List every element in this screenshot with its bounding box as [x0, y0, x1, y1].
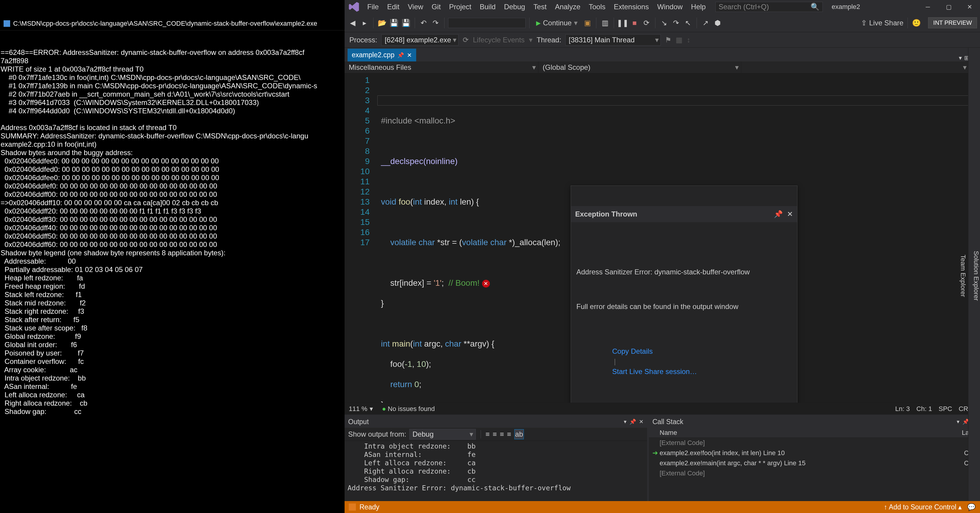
- minimize-button[interactable]: ─: [917, 0, 938, 14]
- menu-build[interactable]: Build: [476, 1, 499, 13]
- play-icon: ▶: [536, 19, 541, 27]
- step-out-icon[interactable]: ↖: [683, 18, 693, 28]
- search-placeholder: Search (Ctrl+Q): [719, 3, 769, 11]
- quick-search[interactable]: Search (Ctrl+Q) 🔍: [715, 2, 823, 12]
- undo-icon[interactable]: ↶: [418, 18, 429, 28]
- config-dropdown[interactable]: [448, 18, 526, 28]
- panel-pin-icon[interactable]: 📌: [630, 418, 636, 425]
- panel-dropdown-icon[interactable]: ▾: [624, 418, 627, 425]
- error-badge-icon[interactable]: ✕: [482, 280, 490, 287]
- cycle-icon[interactable]: ⟳: [463, 36, 469, 44]
- console-window: C:\MSDN\cpp-docs-pr\docs\c-language\ASAN…: [0, 0, 345, 513]
- menu-test[interactable]: Test: [530, 1, 550, 13]
- lifecycle-label[interactable]: Lifecycle Events: [473, 36, 525, 44]
- process-dropdown[interactable]: [6248] example2.exe: [381, 34, 458, 46]
- console-titlebar[interactable]: C:\MSDN\cpp-docs-pr\docs\c-language\ASAN…: [0, 17, 345, 30]
- tab-close-icon[interactable]: ✕: [407, 52, 412, 59]
- menu-project[interactable]: Project: [445, 1, 475, 13]
- exception-detail: Full error details can be found in the o…: [576, 302, 792, 312]
- issues-indicator[interactable]: ● No issues found: [382, 405, 435, 413]
- liveshare-icon[interactable]: ⇪: [861, 19, 867, 27]
- code-editor[interactable]: 1234 5678 9101112 13141516 17 #include <…: [345, 73, 980, 403]
- menu-help[interactable]: Help: [687, 1, 709, 13]
- output-toggle-icon[interactable]: ab: [514, 429, 524, 439]
- tab-overflow-icon[interactable]: ▾: [959, 54, 962, 62]
- output-prev-icon[interactable]: ≡: [486, 430, 490, 438]
- add-source-control[interactable]: ↑ Add to Source Control ▴: [884, 503, 962, 511]
- output-next-icon[interactable]: ≡: [493, 430, 497, 438]
- liveshare-label[interactable]: Live Share: [869, 19, 904, 27]
- output-text[interactable]: Intra object redzone: bb ASan internal: …: [345, 441, 647, 501]
- callstack-row[interactable]: example2.exe!main(int argc, char * * arg…: [649, 458, 980, 468]
- open-file-icon[interactable]: 📂: [377, 18, 387, 28]
- menu-view[interactable]: View: [404, 1, 427, 13]
- menu-edit[interactable]: Edit: [383, 1, 403, 13]
- menu-analyze[interactable]: Analyze: [551, 1, 584, 13]
- callstack-row[interactable]: [External Code]: [649, 438, 980, 448]
- pause-icon[interactable]: ❚❚: [617, 18, 628, 28]
- notifications-icon[interactable]: 💬: [967, 503, 976, 511]
- panel-dropdown-icon[interactable]: ▾: [957, 418, 959, 425]
- save-icon[interactable]: 💾: [389, 18, 399, 28]
- vs-logo-icon: [348, 1, 360, 13]
- code-area[interactable]: #include <malloc.h> __declspec(noinline)…: [377, 73, 980, 403]
- status-indent[interactable]: SPC: [939, 405, 952, 413]
- step-into-icon[interactable]: ↘: [659, 18, 669, 28]
- flag-icon[interactable]: ⚑: [665, 36, 671, 44]
- copy-details-link[interactable]: Copy Details: [612, 347, 653, 355]
- stop-icon[interactable]: ■: [630, 18, 640, 28]
- panel-close-icon[interactable]: ✕: [639, 418, 643, 425]
- scope-project[interactable]: Miscellaneous Files: [345, 62, 538, 73]
- step-over-icon[interactable]: ↷: [671, 18, 681, 28]
- tab-filename: example2.cpp: [352, 51, 395, 59]
- callstack-col-name[interactable]: Name: [660, 429, 962, 437]
- exception-message: Address Sanitizer Error: dynamic-stack-b…: [576, 267, 792, 277]
- pin-icon[interactable]: 📌: [398, 52, 404, 59]
- editor-tab-active[interactable]: example2.cpp 📌 ✕: [348, 49, 416, 62]
- thread-dropdown[interactable]: [38316] Main Thread: [565, 34, 661, 46]
- editor-statusline: 111 % ▾ ● No issues found Ln: 3 Ch: 1 SP…: [345, 403, 980, 415]
- zoom-control[interactable]: 111 % ▾: [349, 405, 373, 413]
- output-clear-icon[interactable]: ≡: [500, 430, 504, 438]
- navigation-bar: Miscellaneous Files (Global Scope) ⊞: [345, 62, 980, 73]
- menu-git[interactable]: Git: [428, 1, 444, 13]
- menu-extensions[interactable]: Extensions: [610, 1, 652, 13]
- exception-close-icon[interactable]: ✕: [787, 209, 793, 219]
- continue-button[interactable]: ▶ Continue ▾: [533, 17, 581, 29]
- screenshot-icon[interactable]: ▣: [582, 18, 592, 28]
- menu-debug[interactable]: Debug: [500, 1, 529, 13]
- solution-explorer-tab[interactable]: Solution Explorer: [972, 251, 980, 301]
- restart-icon[interactable]: ⟳: [641, 18, 652, 28]
- team-explorer-tab[interactable]: Team Explorer: [959, 255, 967, 297]
- menu-tools[interactable]: Tools: [585, 1, 609, 13]
- callstack-title: Call Stack: [652, 418, 957, 426]
- cursor-icon[interactable]: ↗: [700, 18, 711, 28]
- redo-icon[interactable]: ↷: [431, 18, 441, 28]
- window-layout-icon[interactable]: ▥: [600, 18, 610, 28]
- output-source-dropdown[interactable]: Debug: [409, 429, 476, 440]
- output-wrap-icon[interactable]: ≡: [507, 430, 511, 438]
- maximize-button[interactable]: ▢: [938, 0, 959, 14]
- stack-nav-icon[interactable]: ↕: [687, 36, 690, 44]
- search-icon: 🔍: [811, 3, 819, 11]
- exception-pin-icon[interactable]: 📌: [774, 209, 783, 219]
- callstack-row[interactable]: [External Code]: [649, 468, 980, 478]
- menu-window[interactable]: Window: [654, 1, 686, 13]
- nav-back-icon[interactable]: ◀: [348, 18, 358, 28]
- feedback-icon[interactable]: 🙂: [912, 19, 921, 27]
- console-output[interactable]: ==6248==ERROR: AddressSanitizer: dynamic…: [0, 47, 345, 417]
- scope-member[interactable]: [741, 62, 969, 73]
- menu-file[interactable]: File: [364, 1, 382, 13]
- breakpoint-icon[interactable]: ⬢: [713, 18, 722, 28]
- start-liveshare-link[interactable]: Start Live Share session…: [612, 367, 697, 375]
- scope-namespace[interactable]: (Global Scope): [538, 62, 741, 73]
- nav-fwd-icon[interactable]: ▸: [360, 18, 370, 28]
- close-button[interactable]: ✕: [959, 0, 980, 14]
- int-preview-badge[interactable]: INT PREVIEW: [928, 17, 977, 29]
- stack-frame-icon[interactable]: ▦: [676, 36, 682, 44]
- chevron-down-icon: ▾: [574, 19, 578, 27]
- thread-label: Thread:: [537, 36, 562, 44]
- save-all-icon[interactable]: 💾: [401, 18, 411, 28]
- console-title-text: C:\MSDN\cpp-docs-pr\docs\c-language\ASAN…: [13, 19, 317, 28]
- callstack-row[interactable]: ➔example2.exe!foo(int index, int len) Li…: [649, 448, 980, 458]
